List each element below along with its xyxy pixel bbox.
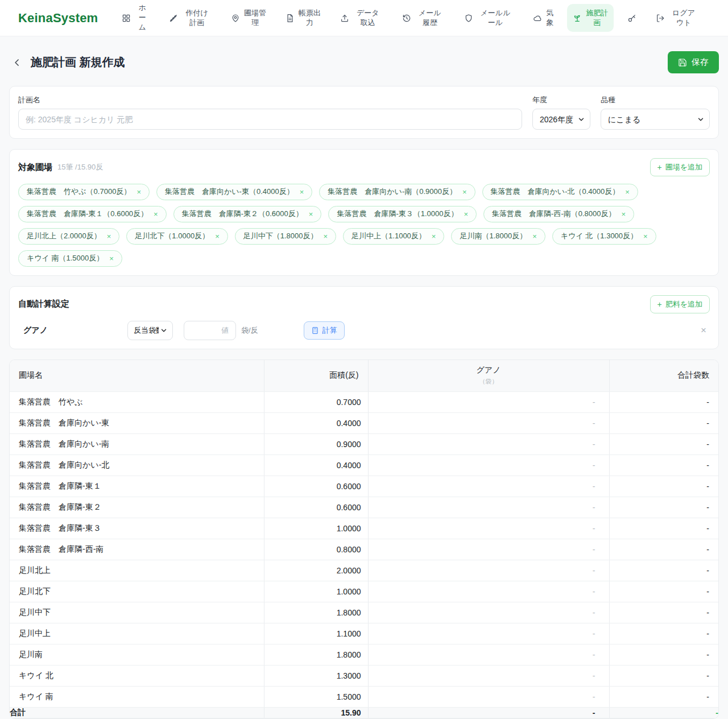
remove-fertilizer-button[interactable]: ×	[701, 325, 706, 335]
chip-remove-button[interactable]: ×	[432, 233, 436, 240]
area-cell: 1.0000	[264, 581, 368, 602]
field-chip: 足川北下（1.0000反） ×	[126, 228, 228, 245]
chip-remove-button[interactable]: ×	[309, 210, 313, 218]
area-cell: 0.9000	[264, 434, 368, 455]
fertilizer-cell: -	[368, 602, 609, 623]
total-bags-cell: -	[609, 392, 718, 413]
table-row: 足川北下 1.0000 - -	[10, 581, 718, 602]
field-chip: キウイ 北（1.3000反） ×	[552, 228, 656, 245]
document-icon	[286, 14, 295, 23]
field-name-cell: 集落営農 倉庫隣-東１	[10, 476, 264, 497]
area-cell: 1.1000	[264, 623, 368, 644]
chip-remove-button[interactable]: ×	[109, 255, 114, 262]
back-button[interactable]	[9, 55, 25, 71]
plus-icon: +	[657, 163, 662, 171]
plan-name-input[interactable]	[18, 109, 522, 130]
chip-remove-button[interactable]: ×	[300, 188, 304, 196]
fertilizer-row: グアノ 反当袋数 袋/反 計算 ×	[18, 321, 710, 340]
save-icon	[678, 58, 687, 67]
chip-remove-button[interactable]: ×	[621, 210, 626, 218]
plus-icon: +	[657, 300, 662, 308]
nav-item-weather[interactable]: 気象	[527, 4, 559, 32]
fertilizer-cell: -	[368, 413, 609, 434]
table-row: 集落営農 倉庫隣-東１ 0.6000 - -	[10, 476, 718, 497]
area-cell: 1.8000	[264, 644, 368, 666]
nav-item-mail-rules[interactable]: メールルール	[458, 4, 520, 32]
save-button[interactable]: 保存	[668, 51, 719, 73]
chip-remove-button[interactable]: ×	[643, 233, 648, 240]
year-select[interactable]: 2026年度	[532, 109, 590, 130]
nav-item-data-import[interactable]: データ取込	[334, 4, 388, 32]
area-cell: 1.0000	[264, 518, 368, 539]
auto-calc-title: 自動計算設定	[18, 299, 69, 309]
wheat-icon	[169, 14, 178, 23]
field-chip: キウイ 南（1.5000反） ×	[18, 250, 122, 267]
fertilizer-cell: -	[368, 666, 609, 687]
plan-name-label: 計画名	[18, 95, 522, 105]
field-chip-list: 集落営農 竹やぶ（0.7000反） × 集落営農 倉庫向かい-東（0.4000反…	[18, 184, 710, 267]
field-name-cell: 足川中下	[10, 602, 264, 623]
nav-item-field-management[interactable]: 圃場管理	[225, 4, 272, 32]
auto-calc-card: 自動計算設定 + 肥料を追加 グアノ 反当袋数 袋/反 計算 ×	[9, 286, 719, 349]
table-row: 足川北上 2.0000 - -	[10, 560, 718, 581]
chip-remove-button[interactable]: ×	[136, 188, 141, 196]
field-name-cell: 集落営農 倉庫向かい-南	[10, 434, 264, 455]
total-bags-cell: -	[609, 497, 718, 518]
variety-label: 品種	[601, 95, 710, 105]
field-name-cell: 足川南	[10, 644, 264, 666]
chip-remove-button[interactable]: ×	[215, 233, 220, 240]
nav-item-home[interactable]: ホーム	[116, 0, 155, 37]
total-bags-cell: -	[609, 518, 718, 539]
table-row: キウイ 南 1.5000 - -	[10, 687, 718, 708]
total-bags-cell: -	[609, 560, 718, 581]
fertilizer-cell: -	[368, 581, 609, 602]
fields-table: 圃場名 面積(反) グアノ （袋） 合計袋数 集落営農 竹やぶ 0.7000 -…	[10, 360, 718, 719]
total-bags-cell: -	[609, 539, 718, 560]
page-title: 施肥計画 新規作成	[31, 55, 125, 70]
fertilizer-cell: -	[368, 644, 609, 666]
add-fertilizer-button[interactable]: + 肥料を追加	[650, 295, 710, 313]
calc-mode-select[interactable]: 反当袋数	[127, 321, 173, 340]
variety-select[interactable]: にこまる	[601, 109, 710, 130]
chip-remove-button[interactable]: ×	[532, 233, 537, 240]
target-fields-card: 対象圃場 15筆 /15.90反 + 圃場を追加 集落営農 竹やぶ（0.7000…	[9, 149, 719, 276]
total-bags-cell: -	[609, 434, 718, 455]
total-bags-cell: -	[609, 413, 718, 434]
col-header-area: 面積(反)	[264, 360, 368, 392]
table-row: 足川南 1.8000 - -	[10, 644, 718, 666]
nav-item-key[interactable]	[622, 9, 642, 27]
col-header-field-name: 圃場名	[10, 360, 264, 392]
cloud-icon	[533, 14, 542, 23]
key-icon	[627, 14, 636, 23]
table-row: キウイ 北 1.3000 - -	[10, 666, 718, 687]
nav-item-fertilization-plan[interactable]: 施肥計画	[567, 4, 614, 32]
area-cell: 0.8000	[264, 539, 368, 560]
field-chip: 足川北上（2.0000反） ×	[18, 228, 119, 245]
total-bags-cell: -	[609, 602, 718, 623]
field-chip: 足川南（1.8000反） ×	[451, 228, 545, 245]
chip-remove-button[interactable]: ×	[464, 210, 468, 218]
nav-item-planting-plan[interactable]: 作付け計画	[163, 4, 217, 32]
target-fields-summary: 15筆 /15.90反	[57, 162, 103, 172]
total-bags-cell: -	[609, 644, 718, 666]
table-row: 集落営農 倉庫隣-西-南 0.8000 - -	[10, 539, 718, 560]
chevron-left-icon	[11, 57, 23, 68]
chip-remove-button[interactable]: ×	[107, 233, 111, 240]
chip-remove-button[interactable]: ×	[462, 188, 467, 196]
chip-remove-button[interactable]: ×	[323, 233, 328, 240]
add-field-button[interactable]: + 圃場を追加	[650, 158, 710, 176]
fertilizer-cell: -	[368, 455, 609, 476]
nav-item-logout[interactable]: ログアウト	[650, 4, 704, 32]
main-nav: ホーム 作付け計画 圃場管理 帳票出力 データ取込 メール履歴 メールルール 気…	[108, 0, 712, 37]
nav-item-report-output[interactable]: 帳票出力	[280, 4, 326, 32]
field-name-cell: 足川中上	[10, 623, 264, 644]
calculate-button[interactable]: 計算	[304, 321, 345, 340]
calc-unit-label: 袋/反	[241, 325, 258, 336]
table-row: 集落営農 竹やぶ 0.7000 - -	[10, 392, 718, 413]
chip-remove-button[interactable]: ×	[625, 188, 630, 196]
main-content: 施肥計画 新規作成 保存 計画名 年度 2026年度 品種 に	[0, 36, 728, 719]
calc-value-input[interactable]	[184, 321, 236, 340]
nav-item-mail-history[interactable]: メール履歴	[396, 4, 450, 32]
brand-logo[interactable]: KeinaSystem	[18, 11, 98, 26]
chip-remove-button[interactable]: ×	[154, 210, 158, 218]
